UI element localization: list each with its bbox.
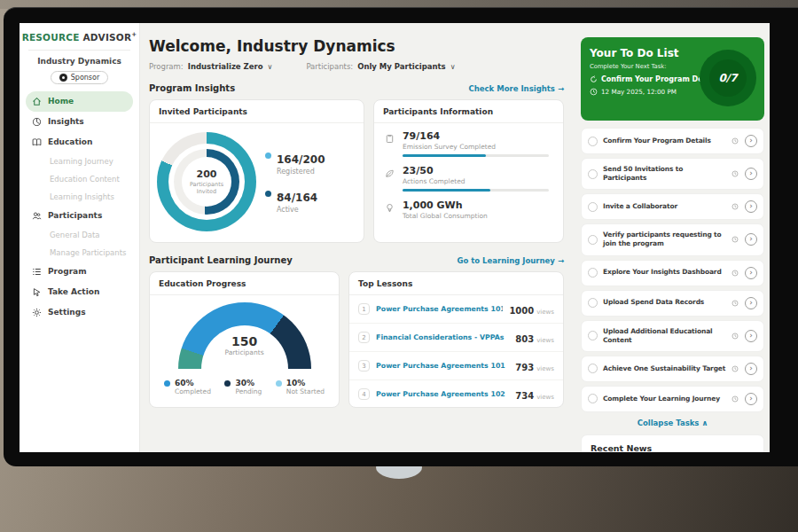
lesson-row-1[interactable]: 1 Power Purchase Agreements 101 1000view…	[349, 295, 563, 323]
todo-panel: Your To Do List Complete Your Next Task:…	[575, 23, 770, 452]
people-icon	[32, 211, 42, 221]
donut-center-label: Participants Invited	[182, 181, 231, 195]
pie-chart-icon	[32, 117, 42, 127]
education-progress-card: Education Progress 150 Participants	[149, 271, 340, 408]
todo-checkbox[interactable]	[588, 331, 598, 340]
dashboard-screen: RESOURCE ADVISOR+ Industry Dynamics Spon…	[20, 23, 770, 452]
clock-icon	[732, 236, 739, 243]
todo-item-9[interactable]: Complete Your Learning Journey ›	[581, 386, 764, 412]
todo-checkbox[interactable]	[588, 235, 598, 245]
todo-item-4[interactable]: Verify participants requesting to join t…	[581, 223, 764, 255]
legend-completed: 60% Completed	[164, 379, 211, 395]
active-dot	[265, 191, 271, 197]
collapse-tasks-link[interactable]: Collapse Tasks ∧	[581, 419, 764, 427]
open-task-button[interactable]: ›	[745, 135, 757, 147]
sidebar-item-settings[interactable]: Settings	[20, 302, 139, 323]
sidebar: RESOURCE ADVISOR+ Industry Dynamics Spon…	[20, 23, 140, 452]
chevron-down-icon: ∨	[450, 63, 456, 71]
invited-participants-card: Invited Participants 200 Participants In…	[149, 99, 364, 243]
not-started-dot	[276, 380, 282, 387]
info-row-survey: 79/164 Emission Survey Completed	[385, 130, 552, 157]
clock-icon	[732, 332, 739, 340]
todo-checkbox[interactable]	[588, 169, 598, 179]
sidebar-item-manage-participants[interactable]: Manage Participants	[20, 244, 139, 262]
todo-item-2[interactable]: Send 50 Invitations to Participants ›	[581, 158, 764, 190]
leaf-icon	[385, 165, 395, 192]
sidebar-item-learning-journey[interactable]: Learning Journey	[20, 153, 139, 170]
todo-item-5[interactable]: Explore Your Insights Dashboard ›	[581, 260, 764, 286]
clock-icon	[732, 137, 739, 145]
rank-badge: 2	[358, 332, 370, 343]
invited-donut-chart: 200 Participants Invited	[157, 132, 256, 231]
bulb-icon	[385, 200, 395, 223]
sidebar-item-home[interactable]: Home	[26, 91, 133, 112]
todo-list: Confirm Your Program Details › Send 50 I…	[581, 128, 764, 412]
participants-dropdown[interactable]: Participants: Only My Participants ∨	[306, 62, 455, 71]
education-gauge-chart: 150 Participants	[178, 302, 311, 370]
open-task-button[interactable]: ›	[745, 363, 757, 375]
check-more-insights-link[interactable]: Check More Insights →	[469, 84, 564, 93]
go-to-learning-journey-link[interactable]: Go to Learning Journey →	[457, 256, 564, 265]
sidebar-item-program[interactable]: Program	[20, 262, 139, 282]
app-logo[interactable]: RESOURCE ADVISOR+	[20, 31, 139, 43]
gauge-center-value: 150	[178, 334, 311, 348]
card-title: Invited Participants	[150, 100, 364, 123]
todo-item-3[interactable]: Invite a Collaborator ›	[581, 193, 764, 220]
learning-journey-heading: Participant Learning Journey	[149, 255, 293, 265]
lesson-row-4[interactable]: 4 Power Purchase Agreements 102 734views	[349, 379, 563, 408]
sidebar-nav: Home Insights Education Learning Journey…	[20, 91, 139, 323]
todo-item-1[interactable]: Confirm Your Program Details ›	[581, 128, 764, 154]
rank-badge: 4	[358, 388, 370, 400]
todo-item-6[interactable]: Upload Spend Data Records ›	[581, 290, 764, 317]
actions-progress-bar	[403, 189, 549, 192]
legend-pending: 30% Pending	[224, 379, 262, 395]
sponsor-badge[interactable]: Sponsor	[51, 71, 108, 84]
todo-checkbox[interactable]	[588, 394, 598, 403]
todo-item-7[interactable]: Upload Additional Educational Content ›	[581, 320, 764, 352]
cursor-icon	[32, 287, 42, 297]
sidebar-item-participants[interactable]: Participants	[20, 206, 139, 226]
sidebar-item-education-content[interactable]: Education Content	[20, 170, 139, 188]
open-task-button[interactable]: ›	[745, 168, 757, 180]
rank-badge: 3	[358, 360, 370, 372]
completed-dot	[164, 380, 170, 387]
arrow-right-icon: →	[558, 256, 564, 265]
main-content: Welcome, Industry Dynamics Program: Indu…	[140, 23, 575, 452]
clock-icon	[732, 365, 739, 372]
recent-news-heading: Recent News	[591, 443, 755, 452]
open-task-button[interactable]: ›	[745, 297, 757, 309]
clock-icon	[732, 170, 739, 177]
todo-checkbox[interactable]	[588, 202, 598, 212]
legend-registered: 164/200 Registered	[265, 150, 325, 176]
open-task-button[interactable]: ›	[745, 330, 757, 342]
sidebar-item-insights[interactable]: Insights	[20, 112, 139, 132]
info-row-consumption: 1,000 GWh Total Global Consumption	[385, 200, 552, 223]
todo-checkbox[interactable]	[588, 364, 598, 373]
todo-due-date: 12 May 2025, 12:00 PM	[601, 88, 677, 96]
todo-progress-value: 0/7	[718, 72, 737, 84]
sidebar-item-general-data[interactable]: General Data	[20, 226, 139, 244]
todo-checkbox[interactable]	[588, 298, 598, 308]
program-dropdown[interactable]: Program: Industrialize Zero ∨	[149, 62, 272, 71]
list-icon	[32, 267, 42, 277]
book-icon	[32, 137, 42, 147]
chevron-up-icon: ∧	[701, 419, 708, 427]
sidebar-item-take-action[interactable]: Take Action	[20, 282, 139, 302]
clock-icon	[732, 395, 739, 403]
sidebar-item-learning-insights[interactable]: Learning Insights	[20, 188, 139, 206]
clock-icon	[732, 270, 739, 277]
open-task-button[interactable]: ›	[745, 267, 757, 279]
open-task-button[interactable]: ›	[745, 393, 757, 405]
todo-checkbox[interactable]	[588, 137, 598, 146]
sidebar-item-education[interactable]: Education	[20, 132, 139, 153]
survey-icon	[385, 130, 395, 157]
clock-icon	[590, 88, 598, 96]
clock-icon	[732, 203, 739, 210]
lesson-row-3[interactable]: 3 Power Purchase Agreements 101 793views	[349, 351, 563, 379]
divider	[28, 50, 130, 51]
todo-item-8[interactable]: Achieve One Sustainability Target ›	[581, 356, 764, 382]
open-task-button[interactable]: ›	[745, 233, 757, 246]
lesson-row-2[interactable]: 2 Financial Considerations - VPPAs 803vi…	[349, 323, 563, 351]
todo-checkbox[interactable]	[588, 268, 598, 278]
open-task-button[interactable]: ›	[745, 200, 757, 213]
